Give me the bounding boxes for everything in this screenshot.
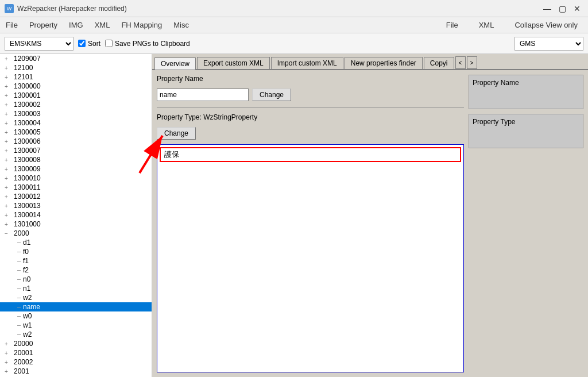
tree-item-1300011[interactable]: +1300011 bbox=[0, 183, 152, 192]
tree-item-f2[interactable]: f2 bbox=[0, 266, 152, 275]
expand-icon: + bbox=[5, 83, 13, 90]
tree-panel[interactable]: +1209007+12100+12101+1300000+1300001+130… bbox=[0, 54, 152, 377]
expand-icon: + bbox=[5, 368, 13, 375]
tab-import-xml[interactable]: Import custom XML bbox=[271, 57, 343, 69]
save-png-label: Save PNGs to Clipboard bbox=[115, 40, 190, 48]
save-png-checkbox[interactable] bbox=[105, 40, 113, 47]
tree-item-1300010[interactable]: +1300010 bbox=[0, 174, 152, 183]
tree-item-20000[interactable]: +20000 bbox=[0, 339, 152, 348]
tree-item-1300008[interactable]: +1300008 bbox=[0, 155, 152, 164]
menu-xml[interactable]: XML bbox=[89, 18, 116, 32]
expand-icon: + bbox=[5, 74, 13, 80]
tab-overview[interactable]: Overview bbox=[154, 57, 196, 70]
app-icon: W bbox=[5, 4, 14, 13]
tree-item-w2[interactable]: w2 bbox=[0, 330, 152, 339]
expand-icon: − bbox=[5, 230, 13, 237]
expand-icon: + bbox=[5, 341, 13, 347]
expand-icon: + bbox=[5, 184, 13, 191]
menu-property[interactable]: Property bbox=[24, 18, 63, 32]
menu-misc[interactable]: Misc bbox=[168, 18, 195, 32]
tree-item-12101[interactable]: +12101 bbox=[0, 72, 152, 82]
text-area-box[interactable]: 護保 bbox=[157, 144, 464, 372]
tree-item-1300002[interactable]: +1300002 bbox=[0, 100, 152, 109]
right-property-type-section: Property Type bbox=[469, 114, 583, 148]
tree-item-1300012[interactable]: +1300012 bbox=[0, 192, 152, 201]
tree-item-d1[interactable]: d1 bbox=[0, 238, 152, 247]
tab-new-properties[interactable]: New properties finder bbox=[345, 57, 423, 69]
tree-label: 1300003 bbox=[14, 110, 41, 118]
tree-item-w2_partial[interactable]: w2 bbox=[0, 293, 152, 302]
right-property-type-label: Property Type bbox=[473, 118, 579, 126]
tree-item-20001[interactable]: +20001 bbox=[0, 348, 152, 357]
tree-label: w2 bbox=[23, 294, 32, 302]
tree-item-12100[interactable]: +12100 bbox=[0, 63, 152, 72]
close-button[interactable]: ✕ bbox=[571, 2, 583, 15]
tree-label: 2001 bbox=[14, 367, 29, 375]
maximize-button[interactable]: ▢ bbox=[556, 2, 568, 15]
tree-label: n0 bbox=[23, 275, 30, 283]
gms-dropdown[interactable]: GMS bbox=[514, 37, 583, 51]
property-name-input[interactable] bbox=[157, 89, 249, 101]
tree-item-1209007[interactable]: +1209007 bbox=[0, 54, 152, 63]
sort-checkbox[interactable] bbox=[78, 40, 86, 47]
tree-item-1300013[interactable]: +1300013 bbox=[0, 201, 152, 210]
menu-fh-mapping[interactable]: FH Mapping bbox=[115, 18, 168, 32]
tree-label: name bbox=[23, 303, 40, 311]
expand-icon: + bbox=[5, 139, 13, 145]
expand-icon: + bbox=[5, 120, 13, 126]
tabs-bar: Overview Export custom XML Import custom… bbox=[152, 54, 588, 70]
tab-scroll-right[interactable]: > bbox=[467, 56, 477, 69]
tree-label: 1300006 bbox=[14, 137, 41, 145]
tree-label: 1300011 bbox=[14, 183, 41, 191]
tree-item-1301000[interactable]: +1301000 bbox=[0, 220, 152, 229]
right-panel: Overview Export custom XML Import custom… bbox=[152, 54, 588, 377]
tree-item-20002[interactable]: +20002 bbox=[0, 357, 152, 367]
menu-collapse-view[interactable]: Collapse View only bbox=[509, 18, 583, 32]
tree-item-1300000[interactable]: +1300000 bbox=[0, 82, 152, 91]
tree-item-n1[interactable]: n1 bbox=[0, 284, 152, 293]
tree-item-1300007[interactable]: +1300007 bbox=[0, 146, 152, 155]
tree-label: 12101 bbox=[14, 73, 33, 81]
menu-right-xml[interactable]: XML bbox=[473, 18, 500, 32]
tree-item-1300009[interactable]: +1300009 bbox=[0, 164, 152, 174]
tree-item-1300003[interactable]: +1300003 bbox=[0, 109, 152, 118]
tree-label: 1209007 bbox=[14, 55, 41, 63]
expand-icon: + bbox=[5, 56, 13, 62]
ems-kms-dropdown[interactable]: EMS\KMS bbox=[5, 37, 74, 51]
tree-label: 1300014 bbox=[14, 211, 41, 219]
tree-label: 1300008 bbox=[14, 156, 41, 164]
tree-item-2000[interactable]: −2000 bbox=[0, 229, 152, 238]
text-area-wrapper-outer: 護保 bbox=[157, 144, 464, 372]
menu-img[interactable]: IMG bbox=[63, 18, 89, 32]
tab-copyi[interactable]: Copyi bbox=[424, 57, 454, 69]
menu-right-file[interactable]: File bbox=[440, 18, 464, 32]
tree-item-name[interactable]: name bbox=[0, 302, 152, 311]
tree-label: 1301000 bbox=[14, 220, 41, 228]
menu-file[interactable]: File bbox=[0, 18, 24, 32]
tree-item-1300001[interactable]: +1300001 bbox=[0, 91, 152, 100]
tree-item-2001[interactable]: +2001 bbox=[0, 367, 152, 376]
save-png-checkbox-label[interactable]: Save PNGs to Clipboard bbox=[105, 40, 190, 48]
tree-label: 1300001 bbox=[14, 91, 41, 99]
expand-icon: + bbox=[5, 65, 13, 71]
tree-label: 1300007 bbox=[14, 147, 41, 155]
tree-item-n0[interactable]: n0 bbox=[0, 275, 152, 284]
tree-item-1300004[interactable]: +1300004 bbox=[0, 118, 152, 128]
tree-item-w0[interactable]: w0 bbox=[0, 311, 152, 321]
tree-item-1300006[interactable]: +1300006 bbox=[0, 137, 152, 146]
minimize-button[interactable]: — bbox=[541, 2, 554, 15]
tab-scroll-left[interactable]: < bbox=[455, 56, 466, 69]
property-name-change-button[interactable]: Change bbox=[252, 89, 291, 101]
property-type-change-button[interactable]: Change bbox=[157, 127, 196, 140]
tree-item-w1[interactable]: w1 bbox=[0, 321, 152, 330]
expand-icon: + bbox=[5, 221, 13, 228]
sort-checkbox-label[interactable]: Sort bbox=[78, 40, 100, 48]
tree-item-f0[interactable]: f0 bbox=[0, 247, 152, 256]
tree-label: 12100 bbox=[14, 64, 33, 72]
tab-export-xml[interactable]: Export custom XML bbox=[197, 57, 270, 69]
tree-item-1300014[interactable]: +1300014 bbox=[0, 210, 152, 220]
expand-icon: + bbox=[5, 212, 13, 218]
right-content-panel: Property Name Property Type bbox=[469, 75, 583, 372]
tree-item-f1[interactable]: f1 bbox=[0, 256, 152, 266]
tree-item-1300005[interactable]: +1300005 bbox=[0, 128, 152, 137]
